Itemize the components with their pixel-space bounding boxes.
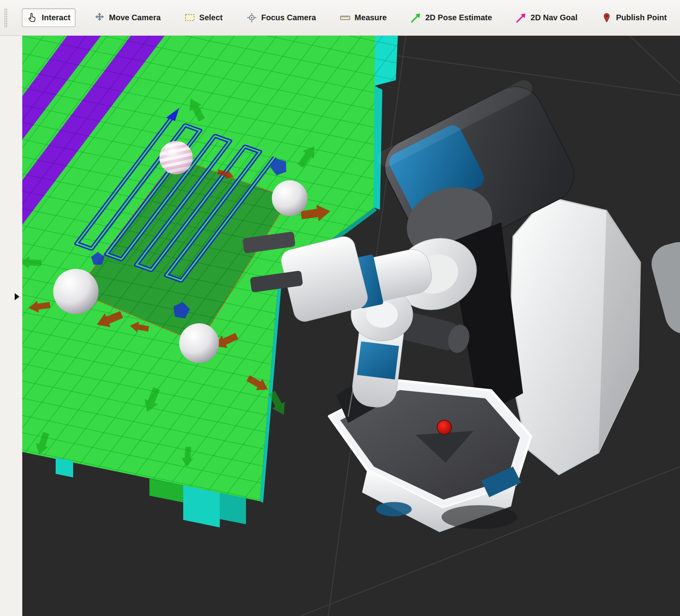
robot-base-red-button (437, 420, 451, 434)
map-pin-icon (601, 12, 612, 23)
tool-label: Interact (42, 13, 70, 22)
focus-crosshair-icon (246, 12, 257, 23)
tool-move-camera[interactable]: Move Camera (89, 8, 166, 27)
striped-handle-sphere[interactable] (159, 141, 193, 174)
tool-2d-nav-goal[interactable]: 2D Nav Goal (511, 8, 583, 27)
expand-arrow-icon[interactable] (15, 293, 19, 300)
tool-label: Measure (355, 13, 387, 22)
tool-label: Select (199, 13, 223, 22)
toolbar-drag-handle[interactable] (4, 8, 8, 27)
tool-interact[interactable]: Interact (22, 8, 76, 27)
tool-focus-camera[interactable]: Focus Camera (241, 8, 321, 27)
collapsed-displays-panel (0, 36, 23, 616)
3d-scene (22, 36, 680, 616)
3d-viewport[interactable] (22, 36, 680, 616)
move-arrows-icon (94, 12, 105, 23)
ruler-icon (340, 12, 351, 23)
tool-label: 2D Pose Estimate (425, 13, 492, 22)
tool-label: Publish Point (616, 13, 667, 22)
green-pose-arrow-icon (411, 12, 421, 23)
tool-label: Move Camera (109, 13, 161, 22)
tool-2d-pose-estimate[interactable]: 2D Pose Estimate (405, 8, 497, 27)
tool-publish-point[interactable]: Publish Point (596, 8, 672, 27)
hand-pointer-icon (27, 12, 38, 23)
tool-measure[interactable]: Measure (335, 8, 392, 27)
tool-label: 2D Nav Goal (531, 13, 577, 22)
rviz-toolbar: Interact Move Camera Select Focus Camera… (0, 0, 680, 36)
tool-select[interactable]: Select (179, 8, 228, 27)
magenta-goal-arrow-icon (516, 12, 527, 23)
robot-arm-blue-band-lower (357, 342, 399, 380)
selection-box-icon (184, 12, 195, 23)
tool-label: Focus Camera (261, 13, 316, 22)
